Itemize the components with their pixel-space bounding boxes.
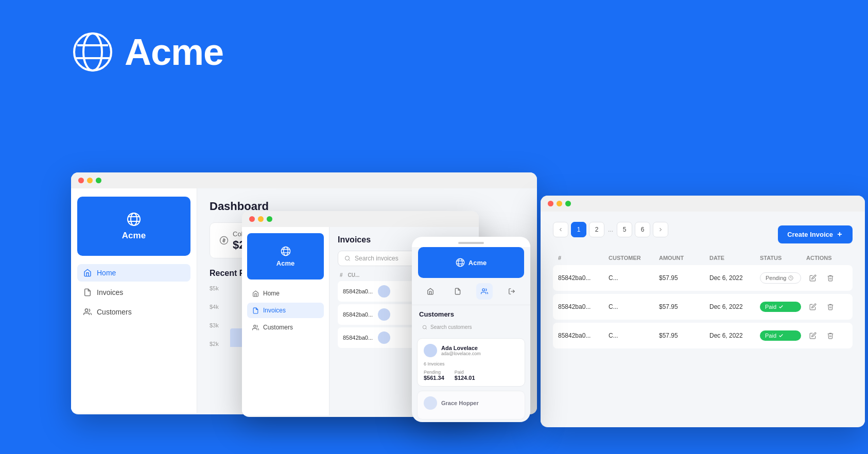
inv-avatar-1 (378, 285, 390, 298)
cust-nav-users[interactable] (476, 283, 493, 300)
cust-search-bar[interactable]: Search customers (417, 321, 525, 333)
inv-search-placeholder: Search invoices (355, 255, 398, 262)
inv-row-id-3: 85842ba0... (343, 335, 373, 341)
row2-amount: $57.95 (659, 303, 704, 310)
svg-point-23 (423, 325, 426, 329)
row2-edit-icon[interactable] (806, 300, 820, 313)
page-btn-6[interactable]: 6 (635, 222, 650, 237)
svg-point-21 (482, 289, 485, 291)
page-btn-2[interactable]: 2 (589, 222, 604, 237)
inv-sidebar-home[interactable]: Home (247, 286, 324, 301)
row3-status-label: Paid (765, 333, 776, 339)
inv-sidebar-invoices[interactable]: Invoices (247, 303, 324, 318)
inv-sidebar-customers[interactable]: Customers (247, 320, 324, 335)
trash-icon-3 (827, 332, 834, 339)
dot-yellow (87, 178, 93, 183)
inv-avatar-3 (378, 331, 390, 344)
row2-delete-icon[interactable] (824, 300, 837, 313)
inv-dot-green (267, 216, 272, 222)
row1-edit-icon[interactable] (806, 271, 820, 285)
svg-point-17 (456, 258, 464, 266)
inv-dot-red (249, 216, 255, 222)
svg-point-11 (283, 247, 288, 255)
row2-actions (806, 300, 847, 313)
y-label-3k: $3k (210, 322, 219, 328)
row1-date: Dec 6, 2022 (709, 274, 755, 282)
inv-avatar-2 (378, 308, 390, 321)
full-inv-row-1: 85842ba0... C... $57.95 Dec 6, 2022 Pend… (553, 265, 853, 291)
row1-status-label: Pending (766, 275, 786, 281)
window-chrome-invoices (242, 211, 479, 227)
cust-nav-home[interactable] (422, 283, 439, 300)
svg-point-4 (128, 213, 140, 225)
col-header-date: Date (709, 255, 755, 261)
cust-nav-file[interactable] (449, 283, 466, 300)
col-header-amount: Amount (659, 255, 704, 261)
pagination-next[interactable] (653, 222, 668, 237)
cust-info-grace: Grace Hopper (441, 400, 479, 406)
page-num-6: 6 (641, 226, 645, 233)
cust-nav-logout[interactable] (504, 283, 520, 300)
inv-file-icon (252, 307, 259, 314)
customer-card-ada: Ada Lovelace ada@lovelace.com 6 Invoices… (417, 338, 525, 387)
cust-stat-pending: Pending $561.34 (424, 370, 444, 381)
sidebar-brand: Acme (77, 197, 190, 256)
page-btn-1[interactable]: 1 (571, 222, 586, 237)
full-inv-body: 1 2 ... 5 6 Create Invoice # Customer Am… (541, 212, 865, 426)
page-ellipsis: ... (607, 226, 614, 233)
row3-customer: C... (609, 332, 654, 339)
window-chrome-full (541, 196, 865, 212)
inv-customers-label: Customers (263, 324, 293, 331)
chart-y-labels: $5k $4k $3k $2k (210, 285, 219, 347)
cust-brand-name: Acme (468, 259, 487, 267)
sidebar-item-invoices[interactable]: Invoices (77, 284, 190, 301)
sidebar-item-home[interactable]: Home (77, 264, 190, 282)
cust-email-ada: ada@lovelace.com (441, 351, 481, 356)
cust-nav (412, 283, 530, 305)
hero-title: Acme (125, 31, 223, 73)
inv-dot-yellow (258, 216, 264, 222)
trash-icon-1 (827, 274, 834, 282)
row1-status: Pending (760, 272, 801, 284)
svg-point-1 (83, 33, 102, 71)
row1-delete-icon[interactable] (824, 271, 837, 285)
row3-amount: $57.95 (659, 332, 704, 339)
inv-brand: Acme (247, 233, 324, 280)
cust-avatar-ada (424, 344, 437, 357)
full-inv-row-2: 85842ba0... C... $57.95 Dec 6, 2022 Paid (553, 294, 853, 320)
cust-stats-ada: Pending $561.34 Paid $124.01 (424, 370, 518, 381)
create-invoice-button[interactable]: Create Invoice (778, 225, 853, 243)
pencil-icon-3 (809, 332, 817, 339)
hero-globe-icon (72, 31, 113, 73)
cust-info-ada: Ada Lovelace ada@lovelace.com (441, 345, 481, 356)
cust-name-ada: Ada Lovelace (441, 345, 481, 351)
inv-row-id-1: 85842ba0... (343, 288, 373, 294)
row3-actions (806, 329, 847, 342)
cust-invoices-badge-ada: 6 Invoices (424, 361, 518, 366)
pagination-prev[interactable] (553, 222, 568, 237)
page-num-2: 2 (595, 226, 599, 233)
full-inv-row-3: 85842ba0... C... $57.95 Dec 6, 2022 Paid (553, 323, 853, 348)
svg-point-8 (85, 309, 88, 311)
svg-point-14 (254, 325, 256, 327)
page-num-1: 1 (577, 226, 581, 233)
svg-point-18 (458, 258, 462, 266)
window-chrome-dashboard (71, 172, 537, 188)
customers-title: Customers (412, 305, 530, 321)
svg-point-5 (131, 213, 137, 225)
row3-delete-icon[interactable] (824, 329, 837, 342)
row3-edit-icon[interactable] (806, 329, 820, 342)
full-inv-top-bar: 1 2 ... 5 6 Create Invoice (553, 222, 853, 247)
row1-actions (806, 271, 847, 285)
page-btn-5[interactable]: 5 (617, 222, 632, 237)
cust-search-placeholder: Search customers (430, 324, 472, 330)
inv-col-cu: Cu... (348, 272, 360, 278)
sidebar-item-customers[interactable]: Customers (77, 303, 190, 321)
sidebar-globe-icon (127, 212, 141, 226)
row1-customer: C... (609, 274, 654, 282)
row1-id: 85842ba0... (558, 274, 603, 282)
check-icon-3 (778, 333, 784, 338)
full-invoices-window: 1 2 ... 5 6 Create Invoice # Customer Am… (541, 196, 865, 427)
pencil-icon-2 (809, 303, 817, 310)
svg-point-10 (281, 247, 290, 255)
